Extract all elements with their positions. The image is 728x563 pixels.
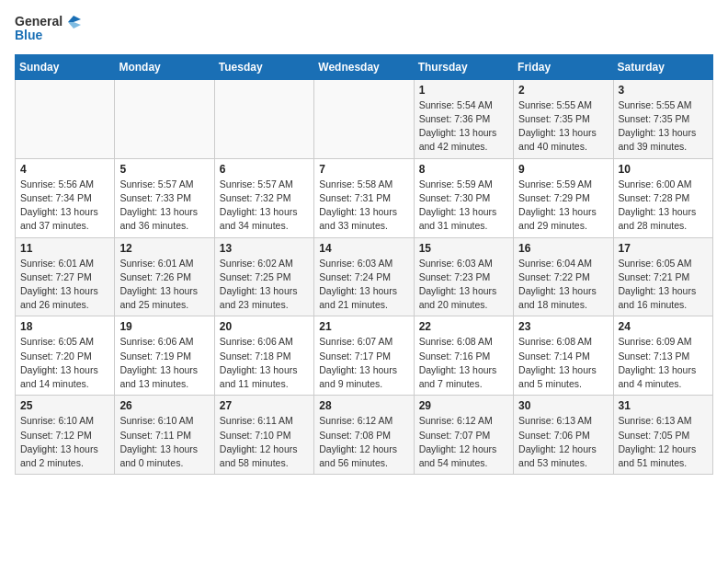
calendar-cell: 12Sunrise: 6:01 AMSunset: 7:26 PMDayligh… [115,237,214,316]
calendar-week-1: 1Sunrise: 5:54 AMSunset: 7:36 PMDaylight… [16,79,713,158]
day-info: Sunrise: 6:09 AMSunset: 7:13 PMDaylight:… [619,335,708,391]
day-number: 15 [419,242,508,255]
calendar-week-4: 18Sunrise: 6:05 AMSunset: 7:20 PMDayligh… [16,316,713,396]
day-info: Sunrise: 6:04 AMSunset: 7:22 PMDaylight:… [518,257,608,313]
day-number: 3 [619,84,708,97]
calendar-cell: 8Sunrise: 5:59 AMSunset: 7:30 PMDaylight… [414,158,513,237]
day-info: Sunrise: 6:08 AMSunset: 7:14 PMDaylight:… [518,335,608,391]
day-info: Sunrise: 6:13 AMSunset: 7:05 PMDaylight:… [619,414,708,470]
day-info: Sunrise: 6:08 AMSunset: 7:16 PMDaylight:… [419,335,508,391]
day-of-week-friday: Friday [514,54,613,79]
calendar-week-3: 11Sunrise: 6:01 AMSunset: 7:27 PMDayligh… [16,237,713,316]
day-number: 7 [319,163,408,176]
calendar-cell: 10Sunrise: 6:00 AMSunset: 7:28 PMDayligh… [613,158,712,237]
day-number: 30 [518,399,608,412]
day-info: Sunrise: 6:01 AMSunset: 7:26 PMDaylight:… [119,257,209,313]
day-number: 12 [119,242,209,255]
day-info: Sunrise: 5:56 AMSunset: 7:34 PMDaylight:… [20,178,109,234]
day-info: Sunrise: 5:59 AMSunset: 7:29 PMDaylight:… [518,178,608,234]
day-of-week-saturday: Saturday [613,54,712,79]
day-number: 22 [419,320,508,333]
day-number: 19 [119,320,209,333]
calendar-cell: 26Sunrise: 6:10 AMSunset: 7:11 PMDayligh… [115,396,214,475]
svg-marker-1 [68,22,81,29]
day-number: 26 [119,399,209,412]
logo-text: General Blue [15,15,81,43]
day-number: 21 [319,320,408,333]
day-number: 11 [20,242,109,255]
calendar-cell: 14Sunrise: 6:03 AMSunset: 7:24 PMDayligh… [314,237,414,316]
calendar-cell: 21Sunrise: 6:07 AMSunset: 7:17 PMDayligh… [314,316,414,396]
day-info: Sunrise: 5:54 AMSunset: 7:36 PMDaylight:… [419,98,508,155]
day-number: 18 [20,320,109,333]
svg-marker-0 [68,16,81,22]
calendar-cell: 1Sunrise: 5:54 AMSunset: 7:36 PMDaylight… [414,79,513,158]
calendar-cell: 29Sunrise: 6:12 AMSunset: 7:07 PMDayligh… [414,396,513,475]
day-info: Sunrise: 6:02 AMSunset: 7:25 PMDaylight:… [220,257,309,313]
day-of-week-wednesday: Wednesday [314,54,414,79]
calendar-cell [214,79,313,158]
day-info: Sunrise: 6:03 AMSunset: 7:23 PMDaylight:… [419,257,508,313]
calendar-header-row: SundayMondayTuesdayWednesdayThursdayFrid… [16,54,713,79]
page-header: General Blue [15,15,713,43]
day-info: Sunrise: 6:05 AMSunset: 7:20 PMDaylight:… [20,335,109,391]
calendar-cell: 4Sunrise: 5:56 AMSunset: 7:34 PMDaylight… [16,158,115,237]
logo-bird-icon [64,16,81,29]
calendar-cell: 16Sunrise: 6:04 AMSunset: 7:22 PMDayligh… [514,237,613,316]
calendar-cell: 23Sunrise: 6:08 AMSunset: 7:14 PMDayligh… [514,316,613,396]
calendar-cell: 28Sunrise: 6:12 AMSunset: 7:08 PMDayligh… [314,396,414,475]
day-number: 20 [220,320,309,333]
day-number: 17 [619,242,708,255]
logo: General Blue [15,15,81,43]
calendar-cell: 25Sunrise: 6:10 AMSunset: 7:12 PMDayligh… [16,396,115,475]
day-info: Sunrise: 6:12 AMSunset: 7:08 PMDaylight:… [319,414,408,470]
day-info: Sunrise: 5:58 AMSunset: 7:31 PMDaylight:… [319,178,408,234]
day-info: Sunrise: 6:10 AMSunset: 7:12 PMDaylight:… [20,414,109,470]
day-number: 24 [619,320,708,333]
day-info: Sunrise: 6:10 AMSunset: 7:11 PMDaylight:… [119,414,209,470]
day-of-week-tuesday: Tuesday [214,54,313,79]
day-info: Sunrise: 6:07 AMSunset: 7:17 PMDaylight:… [319,335,408,391]
calendar-cell: 9Sunrise: 5:59 AMSunset: 7:29 PMDaylight… [514,158,613,237]
calendar-cell: 3Sunrise: 5:55 AMSunset: 7:35 PMDaylight… [613,79,712,158]
calendar-cell: 24Sunrise: 6:09 AMSunset: 7:13 PMDayligh… [613,316,712,396]
calendar-table: SundayMondayTuesdayWednesdayThursdayFrid… [15,54,713,475]
day-number: 1 [419,84,508,97]
calendar-cell: 13Sunrise: 6:02 AMSunset: 7:25 PMDayligh… [214,237,313,316]
calendar-cell: 19Sunrise: 6:06 AMSunset: 7:19 PMDayligh… [115,316,214,396]
calendar-cell: 11Sunrise: 6:01 AMSunset: 7:27 PMDayligh… [16,237,115,316]
day-info: Sunrise: 6:03 AMSunset: 7:24 PMDaylight:… [319,257,408,313]
day-info: Sunrise: 6:13 AMSunset: 7:06 PMDaylight:… [518,414,608,470]
day-of-week-thursday: Thursday [414,54,513,79]
day-number: 4 [20,163,109,176]
day-number: 6 [220,163,309,176]
day-number: 14 [319,242,408,255]
day-number: 10 [619,163,708,176]
day-info: Sunrise: 5:57 AMSunset: 7:32 PMDaylight:… [220,178,309,234]
day-info: Sunrise: 6:06 AMSunset: 7:18 PMDaylight:… [220,335,309,391]
day-of-week-monday: Monday [115,54,214,79]
day-number: 9 [518,163,608,176]
day-info: Sunrise: 5:59 AMSunset: 7:30 PMDaylight:… [419,178,508,234]
day-number: 31 [619,399,708,412]
day-number: 27 [220,399,309,412]
calendar-cell: 5Sunrise: 5:57 AMSunset: 7:33 PMDaylight… [115,158,214,237]
day-info: Sunrise: 6:01 AMSunset: 7:27 PMDaylight:… [20,257,109,313]
calendar-cell: 27Sunrise: 6:11 AMSunset: 7:10 PMDayligh… [214,396,313,475]
day-info: Sunrise: 6:06 AMSunset: 7:19 PMDaylight:… [119,335,209,391]
day-number: 2 [518,84,608,97]
day-info: Sunrise: 5:55 AMSunset: 7:35 PMDaylight:… [518,98,608,155]
calendar-cell: 7Sunrise: 5:58 AMSunset: 7:31 PMDaylight… [314,158,414,237]
calendar-cell [115,79,214,158]
day-number: 23 [518,320,608,333]
day-info: Sunrise: 6:05 AMSunset: 7:21 PMDaylight:… [619,257,708,313]
day-number: 8 [419,163,508,176]
day-info: Sunrise: 6:00 AMSunset: 7:28 PMDaylight:… [619,178,708,234]
calendar-cell: 20Sunrise: 6:06 AMSunset: 7:18 PMDayligh… [214,316,313,396]
calendar-cell: 18Sunrise: 6:05 AMSunset: 7:20 PMDayligh… [16,316,115,396]
calendar-cell: 2Sunrise: 5:55 AMSunset: 7:35 PMDaylight… [514,79,613,158]
calendar-cell: 6Sunrise: 5:57 AMSunset: 7:32 PMDaylight… [214,158,313,237]
day-info: Sunrise: 5:55 AMSunset: 7:35 PMDaylight:… [619,98,708,155]
calendar-cell [16,79,115,158]
day-number: 29 [419,399,508,412]
